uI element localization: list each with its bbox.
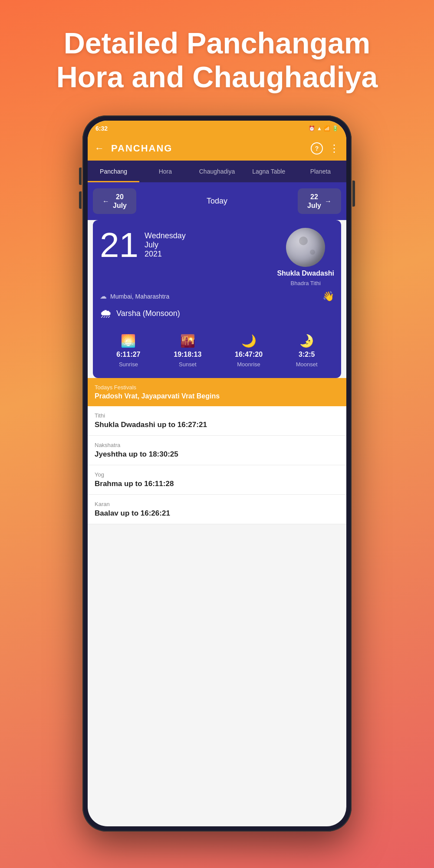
- hero-section: Detailed Panchangam Hora and Chaughadiya: [0, 0, 434, 107]
- location-text: Mumbai, Maharashtra: [110, 293, 169, 300]
- sunset-icon: 🌇: [180, 334, 195, 348]
- nakshatra-item: Nakshatra Jyeshtha up to 18:30:25: [88, 436, 346, 465]
- ritu-text: Varsha (Monsoon): [116, 309, 180, 318]
- tab-bar: Panchang Hora Chaughadiya Lagna Table Pl…: [88, 161, 346, 182]
- more-button[interactable]: ⋮: [329, 142, 339, 155]
- prev-date-button[interactable]: ← 20July: [93, 188, 136, 214]
- rain-icon: 🌧: [100, 306, 112, 321]
- hero-title: Detailed Panchangam Hora and Chaughadiya: [26, 26, 408, 94]
- moonset-label: Moonset: [296, 361, 318, 368]
- prev-date-label: 20July: [113, 193, 127, 209]
- day-number: 21: [100, 228, 138, 263]
- battery-icon: 🔋: [332, 125, 339, 132]
- tab-panchang[interactable]: Panchang: [88, 161, 139, 182]
- moonrise-value: 16:47:20: [235, 351, 263, 358]
- festival-heading: Todays Festivals: [95, 384, 339, 391]
- moonrise-icon: 🌙: [241, 334, 256, 348]
- date-section: 21 Wednesday July 2021: [100, 228, 186, 263]
- location-row: ☁ Mumbai, Maharashtra 👋: [100, 291, 334, 302]
- status-time: 6:32: [95, 125, 108, 132]
- tithi-label: Tithi: [95, 412, 339, 419]
- tithi-subtitle: Bhadra Tithi: [291, 280, 321, 286]
- festival-section: Todays Festivals Pradosh Vrat, Jayaparva…: [88, 378, 346, 406]
- yog-label: Yog: [95, 471, 339, 478]
- wave-icon: 👋: [322, 291, 334, 302]
- date-detail: Wednesday July 2021: [145, 228, 186, 259]
- wifi-icon: ▲: [317, 125, 322, 132]
- tithi-name: Shukla Dwadashi: [277, 270, 334, 277]
- tab-planetary[interactable]: Planeta: [295, 161, 346, 182]
- top-bar: ← PANCHANG ? ⋮: [88, 136, 346, 161]
- page-title: PANCHANG: [111, 143, 311, 154]
- moon-image: [286, 228, 325, 267]
- prev-arrow-icon: ←: [102, 197, 109, 205]
- phone-frame: 6:32 ⏰ ▲ 📶 🔋 ← PANCHANG ? ⋮: [82, 115, 352, 832]
- karan-item: Karan Baalav up to 16:26:21: [88, 495, 346, 524]
- karan-value: Baalav up to 16:26:21: [95, 509, 339, 518]
- day-name: Wednesday: [145, 231, 186, 240]
- tithi-value: Shukla Dwadashi up to 16:27:21: [95, 421, 339, 429]
- festival-text: Pradosh Vrat, Jayaparvati Vrat Begins: [95, 392, 339, 400]
- top-actions: ? ⋮: [311, 142, 339, 155]
- tithi-item: Tithi Shukla Dwadashi up to 16:27:21: [88, 406, 346, 436]
- phone-screen: 6:32 ⏰ ▲ 📶 🔋 ← PANCHANG ? ⋮: [88, 121, 346, 826]
- sunrise-value: 6:11:27: [116, 351, 140, 358]
- today-label[interactable]: Today: [141, 197, 293, 206]
- back-button[interactable]: ←: [95, 143, 104, 154]
- moon-section: Shukla Dwadashi Bhadra Tithi: [277, 228, 334, 286]
- sunset-item: 🌇 19:18:13 Sunset: [174, 334, 201, 368]
- date-navigation: ← 20July Today 22July →: [88, 182, 346, 220]
- phone-wrapper: 6:32 ⏰ ▲ 📶 🔋 ← PANCHANG ? ⋮: [0, 115, 434, 832]
- nakshatra-value: Jyeshtha up to 18:30:25: [95, 450, 339, 459]
- vol-up-button: [79, 168, 82, 185]
- card-top: 21 Wednesday July 2021 Shukla Dwadashi B…: [100, 228, 334, 286]
- nakshatra-label: Nakshatra: [95, 442, 339, 448]
- karan-label: Karan: [95, 501, 339, 507]
- detail-list: Tithi Shukla Dwadashi up to 16:27:21 Nak…: [88, 406, 346, 524]
- moonset-item: 🌛 3:2:5 Moonset: [296, 334, 318, 368]
- help-button[interactable]: ?: [311, 142, 323, 155]
- tab-lagna-table[interactable]: Lagna Table: [243, 161, 295, 182]
- moonset-value: 3:2:5: [299, 351, 315, 358]
- yog-value: Brahma up to 16:11:28: [95, 480, 339, 488]
- signal-icon: 📶: [324, 125, 330, 132]
- next-date-label: 22July: [307, 193, 321, 209]
- ritu-row: 🌧 Varsha (Monsoon): [100, 306, 334, 321]
- sunrise-icon: 🌅: [121, 334, 136, 348]
- moonrise-item: 🌙 16:47:20 Moonrise: [235, 334, 263, 368]
- month-name: July: [145, 240, 186, 250]
- tab-chaughadiya[interactable]: Chaughadiya: [191, 161, 243, 182]
- tab-hora[interactable]: Hora: [139, 161, 191, 182]
- yog-item: Yog Brahma up to 16:11:28: [88, 465, 346, 495]
- year-value: 2021: [145, 250, 186, 259]
- moonrise-label: Moonrise: [237, 361, 260, 368]
- status-bar: 6:32 ⏰ ▲ 📶 🔋: [88, 121, 346, 136]
- sunset-label: Sunset: [179, 361, 196, 368]
- location-icon: ☁: [100, 292, 107, 300]
- power-button: [352, 181, 355, 207]
- next-date-button[interactable]: 22July →: [298, 188, 341, 214]
- sunrise-label: Sunrise: [119, 361, 138, 368]
- alarm-icon: ⏰: [309, 125, 315, 132]
- main-card: 21 Wednesday July 2021 Shukla Dwadashi B…: [93, 220, 341, 378]
- moonset-icon: 🌛: [299, 334, 314, 348]
- sunrise-item: 🌅 6:11:27 Sunrise: [116, 334, 140, 368]
- times-row: 🌅 6:11:27 Sunrise 🌇 19:18:13 Sunset 🌙 16…: [100, 328, 334, 370]
- next-arrow-icon: →: [325, 197, 332, 205]
- vol-down-button: [79, 191, 82, 209]
- sunset-value: 19:18:13: [174, 351, 201, 358]
- status-icons: ⏰ ▲ 📶 🔋: [309, 125, 339, 132]
